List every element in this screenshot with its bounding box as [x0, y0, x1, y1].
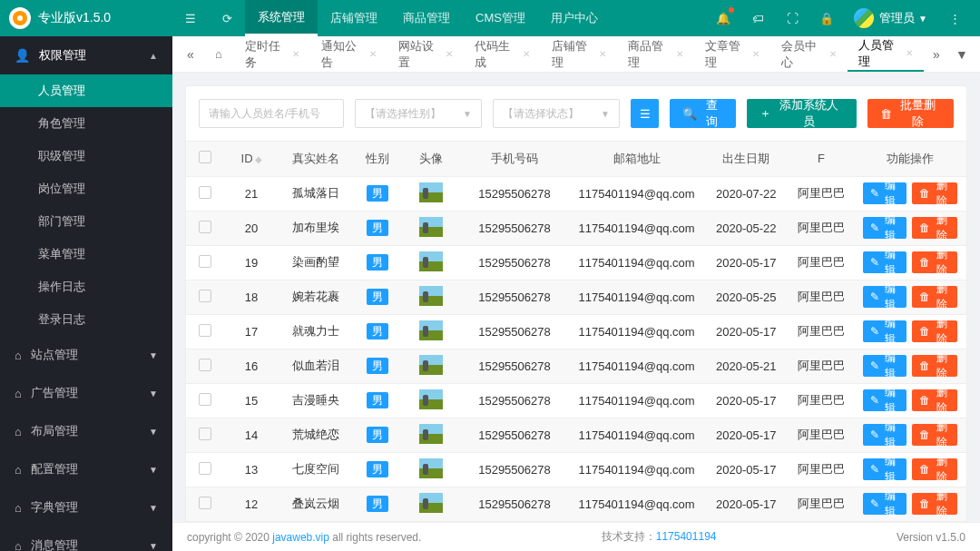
sidebar-group-perm[interactable]: 👤 权限管理 ▲ — [0, 36, 172, 74]
checkbox[interactable] — [199, 359, 211, 371]
topnav-item[interactable]: 系统管理 — [245, 0, 318, 36]
checkbox[interactable] — [199, 221, 211, 233]
topnav-item[interactable]: CMS管理 — [463, 0, 538, 36]
home-icon: ⌂ — [15, 349, 22, 362]
tab[interactable]: 商品管理✕ — [617, 36, 693, 72]
tab[interactable]: 代码生成✕ — [464, 36, 540, 72]
checkbox-all[interactable] — [199, 151, 211, 163]
close-icon[interactable]: ✕ — [369, 49, 377, 59]
edit-button[interactable]: ✎编辑 — [863, 320, 906, 342]
fullscreen-icon[interactable]: ⛶ — [776, 0, 808, 36]
sort-icon[interactable]: ◆ — [255, 154, 262, 164]
gender-select[interactable]: 【请选择性别】 ▼ — [355, 99, 482, 128]
sidebar-item[interactable]: 人员管理 — [0, 74, 172, 107]
close-icon[interactable]: ✕ — [523, 49, 530, 59]
batch-delete-button[interactable]: 🗑批量删除 — [867, 99, 954, 128]
add-user-button[interactable]: ＋添加系统人员 — [747, 99, 857, 128]
tab[interactable]: 人员管理✕ — [848, 36, 924, 72]
close-icon[interactable]: ✕ — [599, 49, 606, 59]
edit-button[interactable]: ✎编辑 — [863, 251, 906, 273]
tab[interactable]: 通知公告✕ — [310, 36, 387, 72]
checkbox[interactable] — [199, 324, 211, 337]
close-icon[interactable]: ✕ — [752, 49, 760, 59]
gender-tag: 男 — [367, 254, 388, 271]
notify-icon[interactable]: 🔔 — [707, 0, 740, 36]
tab[interactable]: 文章管理✕ — [694, 36, 770, 72]
edit-button[interactable]: ✎编辑 — [863, 493, 906, 515]
edit-button[interactable]: ✎编辑 — [863, 458, 906, 480]
edit-button[interactable]: ✎编辑 — [863, 424, 906, 446]
more-icon[interactable]: ⋮ — [938, 0, 971, 36]
sidebar-group[interactable]: ⌂消息管理▼ — [0, 526, 172, 551]
checkbox[interactable] — [199, 393, 211, 406]
sidebar-item[interactable]: 登录日志 — [0, 303, 172, 336]
sidebar-group[interactable]: ⌂站点管理▼ — [0, 336, 172, 374]
delete-button[interactable]: 🗑删除 — [912, 424, 957, 446]
close-icon[interactable]: ✕ — [446, 49, 453, 59]
edit-button[interactable]: ✎编辑 — [863, 286, 906, 308]
sidebar-group[interactable]: ⌂字典管理▼ — [0, 488, 172, 526]
logo-icon — [9, 7, 31, 29]
delete-button[interactable]: 🗑删除 — [912, 251, 957, 273]
sidebar-item[interactable]: 操作日志 — [0, 271, 172, 303]
delete-button[interactable]: 🗑删除 — [912, 355, 957, 377]
tab[interactable]: 网站设置✕ — [387, 36, 464, 72]
sidebar-item[interactable]: 部门管理 — [0, 205, 172, 238]
checkbox[interactable] — [199, 428, 211, 440]
collapse-toggle[interactable]: ☰ — [172, 0, 209, 36]
chevron-down-icon: ▼ — [149, 427, 158, 437]
tabs-prev[interactable]: « — [178, 36, 203, 73]
delete-button[interactable]: 🗑删除 — [912, 389, 957, 411]
tab[interactable]: 店铺管理✕ — [541, 36, 617, 72]
footer-support-link[interactable]: 1175401194 — [656, 530, 717, 543]
checkbox[interactable] — [199, 462, 211, 475]
close-icon[interactable]: ✕ — [829, 49, 837, 59]
tabs-menu[interactable]: ▼ — [949, 36, 975, 73]
close-icon[interactable]: ✕ — [906, 48, 913, 58]
close-icon[interactable]: ✕ — [292, 49, 299, 59]
sidebar-item[interactable]: 岗位管理 — [0, 172, 172, 205]
search-button[interactable]: 🔍查询 — [670, 99, 736, 128]
tag-icon[interactable]: 🏷 — [741, 0, 774, 36]
delete-button[interactable]: 🗑删除 — [912, 320, 957, 342]
edit-button[interactable]: ✎编辑 — [863, 182, 906, 204]
sidebar-group[interactable]: ⌂广告管理▼ — [0, 374, 172, 412]
tabs-next[interactable]: » — [924, 36, 949, 73]
edit-button[interactable]: ✎编辑 — [863, 217, 906, 239]
topnav-item[interactable]: 用户中心 — [538, 0, 611, 36]
sidebar-item[interactable]: 角色管理 — [0, 107, 172, 140]
edit-button[interactable]: ✎编辑 — [863, 355, 906, 377]
delete-button[interactable]: 🗑删除 — [912, 286, 957, 308]
topnav-item[interactable]: 商品管理 — [390, 0, 463, 36]
delete-button[interactable]: 🗑删除 — [912, 458, 957, 480]
checkbox[interactable] — [199, 186, 211, 199]
lock-icon[interactable]: 🔒 — [810, 0, 843, 36]
delete-button[interactable]: 🗑删除 — [912, 217, 957, 239]
sidebar-item[interactable]: 职级管理 — [0, 140, 172, 172]
sidebar-item[interactable]: 菜单管理 — [0, 238, 172, 271]
search-icon: 🔍 — [682, 107, 697, 121]
sidebar-group[interactable]: ⌂配置管理▼ — [0, 450, 172, 488]
table-row: 12叠岚云烟男152955062781175401194@qq.com2020-… — [186, 487, 966, 521]
status-select[interactable]: 【请选择状态】 ▼ — [493, 99, 620, 128]
delete-button[interactable]: 🗑删除 — [912, 493, 957, 515]
close-icon[interactable]: ✕ — [676, 49, 683, 59]
table-row: 19染画酌望男152955062781175401194@qq.com2020-… — [186, 245, 966, 280]
edit-button[interactable]: ✎编辑 — [863, 389, 906, 411]
sidebar-group[interactable]: ⌂布局管理▼ — [0, 412, 172, 450]
search-input[interactable] — [199, 99, 344, 128]
topnav-item[interactable]: 店铺管理 — [318, 0, 390, 36]
delete-button[interactable]: 🗑删除 — [912, 182, 957, 204]
admin-menu[interactable]: 管理员 ▼ — [845, 8, 936, 28]
checkbox[interactable] — [199, 290, 211, 302]
tab-home[interactable]: ⌂ — [203, 36, 234, 72]
tab[interactable]: 会员中心✕ — [770, 36, 847, 72]
trash-icon: 🗑 — [919, 497, 930, 510]
checkbox[interactable] — [199, 497, 211, 509]
status-placeholder: 【请选择状态】 — [503, 106, 579, 122]
search-handle-button[interactable]: ☰ — [631, 99, 659, 128]
checkbox[interactable] — [199, 255, 211, 268]
footer-link[interactable]: javaweb.vip — [272, 531, 329, 544]
refresh-button[interactable]: ⟳ — [209, 0, 245, 36]
tab[interactable]: 定时任务✕ — [234, 36, 310, 72]
